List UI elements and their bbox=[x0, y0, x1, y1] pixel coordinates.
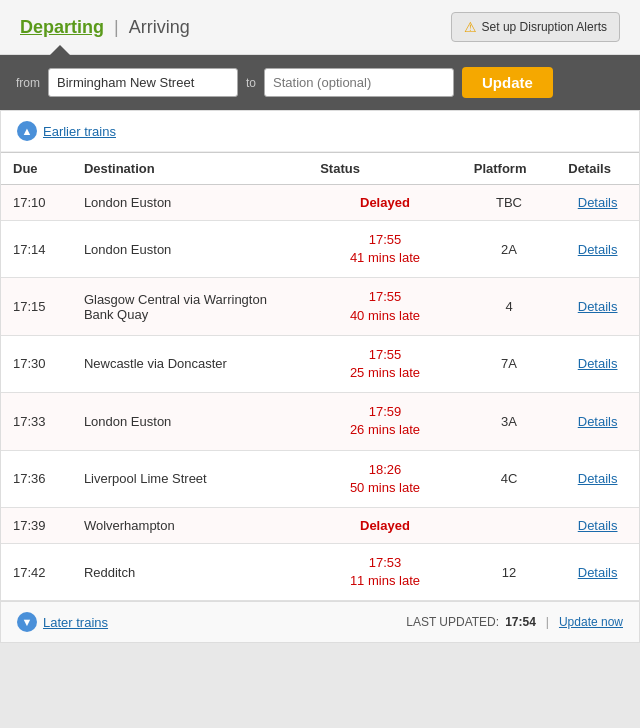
cell-platform: 4 bbox=[462, 278, 557, 335]
table-row: 17:42Redditch17:5311 mins late12Details bbox=[1, 543, 639, 600]
table-row: 17:30Newcastle via Doncaster17:5525 mins… bbox=[1, 335, 639, 392]
cell-destination: Liverpool Lime Street bbox=[72, 450, 308, 507]
cell-status: 18:2650 mins late bbox=[308, 450, 462, 507]
later-circle-icon: ▼ bbox=[17, 612, 37, 632]
table-row: 17:14London Euston17:5541 mins late2ADet… bbox=[1, 221, 639, 278]
earlier-trains-anchor[interactable]: Earlier trains bbox=[43, 124, 116, 139]
search-panel: from to Update bbox=[0, 55, 640, 110]
alert-icon: ⚠ bbox=[464, 19, 477, 35]
header-status: Status bbox=[308, 153, 462, 185]
earlier-circle-icon: ▲ bbox=[17, 121, 37, 141]
later-trains-link[interactable]: ▼ Later trains bbox=[17, 612, 108, 632]
cell-platform: 2A bbox=[462, 221, 557, 278]
cell-destination: Glasgow Central via Warrington Bank Quay bbox=[72, 278, 308, 335]
cell-status: Delayed bbox=[308, 507, 462, 543]
details-link[interactable]: Details bbox=[578, 242, 618, 257]
last-updated-label: LAST UPDATED: bbox=[406, 615, 499, 629]
status-delayed: Delayed bbox=[360, 518, 410, 533]
tab-departing[interactable]: Departing bbox=[20, 17, 104, 38]
table-row: 17:15Glasgow Central via Warrington Bank… bbox=[1, 278, 639, 335]
cell-details[interactable]: Details bbox=[556, 393, 639, 450]
last-updated-time: 17:54 bbox=[505, 615, 536, 629]
cell-due: 17:10 bbox=[1, 185, 72, 221]
cell-destination: Redditch bbox=[72, 543, 308, 600]
from-input[interactable] bbox=[48, 68, 238, 97]
status-delayed: Delayed bbox=[360, 195, 410, 210]
footer-bar: ▼ Later trains LAST UPDATED: 17:54 | Upd… bbox=[1, 601, 639, 642]
details-link[interactable]: Details bbox=[578, 356, 618, 371]
cell-status: 17:5540 mins late bbox=[308, 278, 462, 335]
cell-details[interactable]: Details bbox=[556, 335, 639, 392]
header-platform: Platform bbox=[462, 153, 557, 185]
cell-details[interactable]: Details bbox=[556, 450, 639, 507]
cell-status: Delayed bbox=[308, 185, 462, 221]
main-content: ▲ Earlier trains Due Destination Status … bbox=[0, 110, 640, 643]
cell-destination: Wolverhampton bbox=[72, 507, 308, 543]
trains-table: Due Destination Status Platform Details … bbox=[1, 152, 639, 601]
last-updated-area: LAST UPDATED: 17:54 | Update now bbox=[406, 615, 623, 629]
cell-due: 17:39 bbox=[1, 507, 72, 543]
cell-destination: London Euston bbox=[72, 393, 308, 450]
status-time: 17:5311 mins late bbox=[320, 554, 450, 590]
cell-due: 17:36 bbox=[1, 450, 72, 507]
cell-platform: 7A bbox=[462, 335, 557, 392]
cell-platform bbox=[462, 507, 557, 543]
footer-separator: | bbox=[546, 615, 549, 629]
cell-platform: TBC bbox=[462, 185, 557, 221]
cell-due: 17:30 bbox=[1, 335, 72, 392]
table-row: 17:10London EustonDelayedTBCDetails bbox=[1, 185, 639, 221]
cell-due: 17:33 bbox=[1, 393, 72, 450]
table-header-row: Due Destination Status Platform Details bbox=[1, 153, 639, 185]
tab-arriving[interactable]: Arriving bbox=[129, 17, 190, 38]
cell-due: 17:14 bbox=[1, 221, 72, 278]
top-bar: Departing | Arriving ⚠ Set up Disruption… bbox=[0, 0, 640, 55]
disruption-alerts-button[interactable]: ⚠ Set up Disruption Alerts bbox=[451, 12, 620, 42]
header-destination: Destination bbox=[72, 153, 308, 185]
table-row: 17:33London Euston17:5926 mins late3ADet… bbox=[1, 393, 639, 450]
table-row: 17:39WolverhamptonDelayedDetails bbox=[1, 507, 639, 543]
details-link[interactable]: Details bbox=[578, 414, 618, 429]
cell-details[interactable]: Details bbox=[556, 185, 639, 221]
cell-platform: 12 bbox=[462, 543, 557, 600]
details-link[interactable]: Details bbox=[578, 565, 618, 580]
table-row: 17:36Liverpool Lime Street18:2650 mins l… bbox=[1, 450, 639, 507]
cell-destination: London Euston bbox=[72, 185, 308, 221]
status-time: 18:2650 mins late bbox=[320, 461, 450, 497]
cell-platform: 3A bbox=[462, 393, 557, 450]
header-details: Details bbox=[556, 153, 639, 185]
tab-separator: | bbox=[114, 17, 119, 38]
details-link[interactable]: Details bbox=[578, 471, 618, 486]
update-now-link[interactable]: Update now bbox=[559, 615, 623, 629]
cell-due: 17:42 bbox=[1, 543, 72, 600]
cell-details[interactable]: Details bbox=[556, 543, 639, 600]
status-time: 17:5926 mins late bbox=[320, 403, 450, 439]
details-link[interactable]: Details bbox=[578, 299, 618, 314]
earlier-trains-link[interactable]: ▲ Earlier trains bbox=[1, 111, 639, 152]
later-trains-anchor[interactable]: Later trains bbox=[43, 615, 108, 630]
status-time: 17:5540 mins late bbox=[320, 288, 450, 324]
update-button[interactable]: Update bbox=[462, 67, 553, 98]
tab-area: Departing | Arriving bbox=[20, 17, 190, 38]
status-time: 17:5541 mins late bbox=[320, 231, 450, 267]
cell-due: 17:15 bbox=[1, 278, 72, 335]
cell-details[interactable]: Details bbox=[556, 221, 639, 278]
to-label: to bbox=[246, 76, 256, 90]
cell-details[interactable]: Details bbox=[556, 507, 639, 543]
cell-status: 17:5525 mins late bbox=[308, 335, 462, 392]
header-due: Due bbox=[1, 153, 72, 185]
cell-status: 17:5311 mins late bbox=[308, 543, 462, 600]
alert-btn-label: Set up Disruption Alerts bbox=[482, 20, 607, 34]
status-time: 17:5525 mins late bbox=[320, 346, 450, 382]
cell-status: 17:5926 mins late bbox=[308, 393, 462, 450]
from-label: from bbox=[16, 76, 40, 90]
cell-destination: London Euston bbox=[72, 221, 308, 278]
to-input[interactable] bbox=[264, 68, 454, 97]
details-link[interactable]: Details bbox=[578, 518, 618, 533]
cell-status: 17:5541 mins late bbox=[308, 221, 462, 278]
cell-details[interactable]: Details bbox=[556, 278, 639, 335]
cell-platform: 4C bbox=[462, 450, 557, 507]
details-link[interactable]: Details bbox=[578, 195, 618, 210]
cell-destination: Newcastle via Doncaster bbox=[72, 335, 308, 392]
